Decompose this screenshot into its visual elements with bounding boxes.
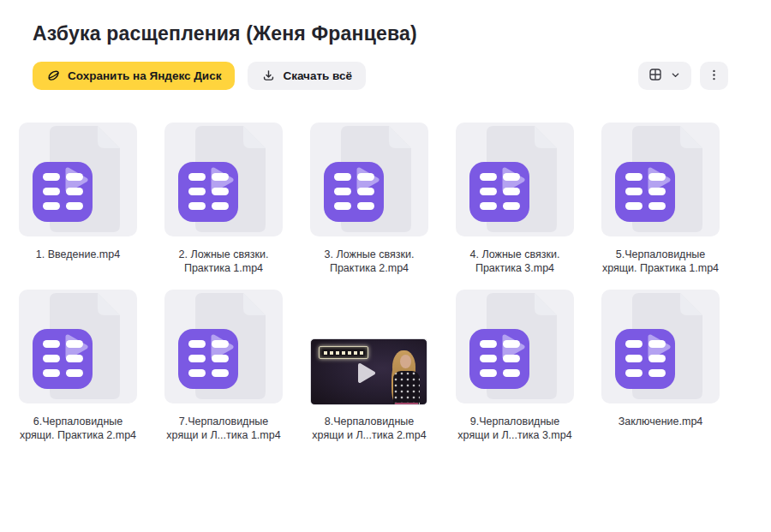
- video-file-icon: [615, 329, 675, 389]
- view-mode-button[interactable]: [638, 62, 691, 90]
- video-file-icon: [33, 329, 93, 389]
- download-all-label: Скачать всё: [283, 69, 352, 82]
- file-placeholder: [456, 290, 574, 403]
- file-name: 9.Черпаловидные хрящи и Л...тика 3.mp4: [441, 415, 589, 442]
- file-tile[interactable]: 9.Черпаловидные хрящи и Л...тика 3.mp4: [456, 290, 574, 442]
- file-tile[interactable]: 4. Ложные связки. Практика 3.mp4: [456, 123, 574, 275]
- file-name: 6.Черпаловидные хрящи. Практика 2.mp4: [4, 415, 152, 442]
- play-icon: [356, 362, 377, 385]
- file-name: 1. Введение.mp4: [4, 248, 152, 261]
- file-placeholder: [19, 123, 137, 236]
- file-name: 4. Ложные связки. Практика 3.mp4: [441, 248, 589, 275]
- header: Азбука расщепления (Женя Францева): [0, 0, 771, 45]
- kebab-menu-icon: [707, 68, 721, 85]
- file-placeholder: [164, 290, 283, 403]
- save-to-disk-button[interactable]: Сохранить на Яндекс Диск: [33, 62, 235, 90]
- file-placeholder: [601, 290, 720, 403]
- yandex-disk-logo-icon: [46, 69, 61, 83]
- file-name: 8.Черпаловидные хрящи и Л...тика 2.mp4: [296, 415, 443, 442]
- save-to-disk-label: Сохранить на Яндекс Диск: [68, 69, 221, 82]
- video-file-icon: [178, 162, 238, 222]
- file-tile[interactable]: 3. Ложные связки. Практика 2.mp4: [310, 123, 428, 275]
- file-placeholder: [601, 123, 720, 236]
- file-name: Заключение.mp4: [587, 415, 734, 428]
- download-icon: [261, 69, 276, 83]
- toolbar: Сохранить на Яндекс Диск Скачать всё: [0, 45, 771, 90]
- file-name: 2. Ложные связки. Практика 1.mp4: [150, 248, 297, 275]
- file-grid: 1. Введение.mp4 2. Ложные связки. Практи…: [19, 123, 720, 442]
- video-file-icon: [615, 162, 675, 222]
- neon-sign: [319, 346, 368, 359]
- file-name: 7.Черпаловидные хрящи и Л...тика 1.mp4: [150, 415, 297, 442]
- page-title: Азбука расщепления (Женя Францева): [33, 22, 726, 45]
- file-tile[interactable]: 7.Черпаловидные хрящи и Л...тика 1.mp4: [164, 290, 283, 442]
- more-actions-button[interactable]: [700, 62, 728, 90]
- toolbar-right: [638, 62, 728, 90]
- file-tile[interactable]: 1. Введение.mp4: [19, 123, 137, 275]
- video-file-icon: [324, 162, 384, 222]
- file-tile[interactable]: 5.Черпаловидные хрящи. Практика 1.mp4: [601, 123, 720, 275]
- video-file-icon: [178, 329, 238, 389]
- video-file-icon: [469, 162, 529, 222]
- file-placeholder: [310, 123, 428, 236]
- file-name: 5.Черпаловидные хрящи. Практика 1.mp4: [587, 248, 734, 275]
- video-file-icon: [469, 329, 529, 389]
- file-placeholder: [456, 123, 574, 236]
- file-tile[interactable]: 8.Черпаловидные хрящи и Л...тика 2.mp4: [310, 290, 428, 442]
- file-tile[interactable]: Заключение.mp4: [601, 290, 720, 442]
- file-tile[interactable]: 2. Ложные связки. Практика 1.mp4: [164, 123, 283, 275]
- file-placeholder: [164, 123, 283, 236]
- download-all-button[interactable]: Скачать всё: [248, 62, 366, 90]
- video-thumbnail: [310, 338, 427, 405]
- video-file-icon: [33, 162, 93, 222]
- chevron-down-icon: [669, 69, 682, 84]
- file-name: 3. Ложные связки. Практика 2.mp4: [296, 248, 443, 275]
- file-tile[interactable]: 6.Черпаловидные хрящи. Практика 2.mp4: [19, 290, 137, 442]
- grid-view-icon: [648, 67, 663, 85]
- file-placeholder: [19, 290, 137, 403]
